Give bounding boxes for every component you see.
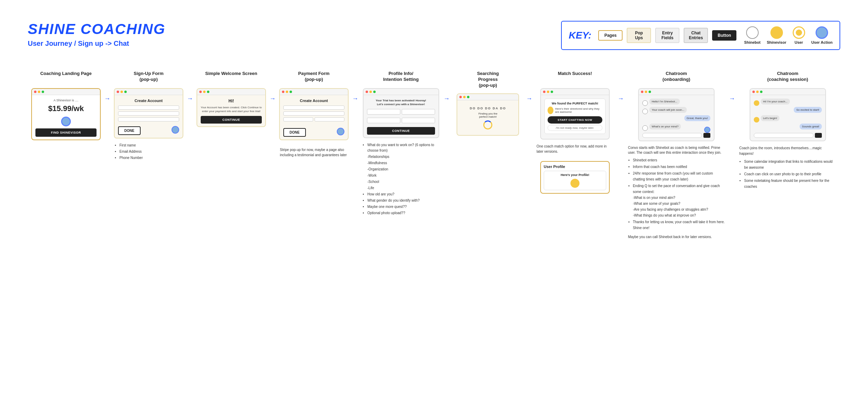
- profile-inner: Here's your Profile!: [544, 171, 606, 190]
- col-title-chatroom-session: Chatroom(coaching session): [767, 71, 808, 83]
- screen-chatroom-session: Hi! I'm your coach... So excited to star…: [750, 88, 826, 141]
- match-title: We found the PURFECT match!: [548, 102, 602, 105]
- chat-input-area: [642, 133, 710, 138]
- screen-header-searching: [457, 94, 518, 100]
- column-chatroom-onboarding: Chatroom(onboarding) Hello! I'm Shinebot…: [624, 71, 729, 240]
- key-icon-user: User: [793, 26, 805, 44]
- key-legend: KEY: Pages PopUps EntryFields ChatEntrie…: [561, 21, 840, 50]
- send-button-onboarding[interactable]: [703, 133, 710, 138]
- dot-y3: [203, 91, 206, 93]
- dot-g9: [760, 91, 762, 93]
- shinebot-label: Shinebot: [744, 40, 760, 44]
- dot-green: [42, 91, 44, 93]
- match-subtitle: Here's their streetcred and why they are…: [548, 107, 602, 114]
- key-entry: EntryFields: [655, 28, 679, 43]
- profile-field-3[interactable]: [367, 118, 400, 123]
- chat-bubble-session-3: Let's begin!: [761, 115, 780, 121]
- dot-y9: [756, 91, 759, 93]
- start-chatting-button[interactable]: START CHATTING NOW: [548, 116, 602, 124]
- chat-input-area-session: [754, 133, 822, 138]
- notes-match: One coach match option for now, add more…: [535, 144, 615, 154]
- col-title-chatroom-onboarding: Chatroom(onboarding): [662, 71, 690, 83]
- shinebot-icon: [746, 26, 759, 39]
- profile-field-2[interactable]: [402, 109, 435, 115]
- chat-bubble-2: Your coach will join soon...: [649, 107, 687, 113]
- arrow-7: →: [618, 71, 624, 102]
- notes-payment: Stripe pop-up for now, maybe a page also…: [278, 144, 349, 158]
- done-button-signup[interactable]: DONE: [118, 126, 141, 135]
- screen-searching: DO DO DO DA DO Finding you theperfect ma…: [457, 93, 519, 136]
- dot-r3: [199, 91, 202, 93]
- field-email[interactable]: [118, 111, 179, 116]
- chat-area-session: Hi! I'm your coach... So excited to star…: [754, 99, 822, 131]
- brand-subtitle: User Journey / Sign up -> Chat: [28, 40, 166, 48]
- dot-r9: [752, 91, 755, 93]
- chat-input-onboarding[interactable]: [642, 133, 702, 138]
- chat-bubble-session-4: Sounds great!: [800, 124, 822, 129]
- match-body: We found the PURFECT match! Here's their…: [541, 95, 609, 139]
- not-ready-text[interactable]: I'm not ready now, maybe later.: [548, 125, 602, 131]
- screen-landing: A Shinevisor is .... $15.99/wk FIND SHIN…: [31, 88, 101, 140]
- profile-field-1[interactable]: [367, 109, 400, 115]
- payment-field-2[interactable]: [283, 111, 344, 116]
- dot-y7: [547, 91, 549, 93]
- dot-y8: [645, 91, 647, 93]
- arrow-6: →: [526, 71, 532, 102]
- send-button-session[interactable]: [815, 133, 822, 138]
- notes-chatroom-session: Coach joins the room, introduces themsel…: [738, 145, 837, 190]
- screen-match: We found the PURFECT match! Here's their…: [540, 88, 610, 140]
- find-shinevisor-button[interactable]: FIND SHINEVISOR: [35, 128, 97, 137]
- user-profile-box: User Profile Here's your Profile!: [540, 161, 610, 194]
- dot-g3: [207, 91, 209, 93]
- field-phone[interactable]: [118, 117, 179, 121]
- flow-area: Coaching Landing Page A Shinevisor is ..…: [28, 71, 840, 240]
- user-profile-title: User Profile: [544, 165, 606, 169]
- done-button-payment[interactable]: DONE: [283, 128, 306, 137]
- col-title-welcome: Simple Welcome Screen: [205, 71, 257, 83]
- column-searching: SearchingProgress(pop-up) DO DO DO DA DO…: [450, 71, 526, 140]
- finding-text: Finding you theperfect match!: [478, 112, 498, 118]
- landing-price: $15.99/wk: [35, 104, 97, 113]
- searching-body: DO DO DO DA DO Finding you theperfect ma…: [457, 100, 518, 135]
- profile-user-avatar: [570, 179, 579, 188]
- key-button: Button: [712, 30, 736, 41]
- field-first-name[interactable]: [118, 106, 179, 110]
- payment-field-4[interactable]: [315, 117, 344, 121]
- dot-y5: [369, 91, 372, 93]
- chat-bubble-3: Great, thank you!: [684, 115, 710, 121]
- column-signup: Sign-Up Form(pop-up) Create Account DONE: [110, 71, 187, 161]
- screen-header-profile: [364, 89, 439, 95]
- payment-field-1[interactable]: [283, 106, 344, 110]
- brand-title: SHINE COACHING: [28, 21, 166, 37]
- user-action-circle-payment: [337, 128, 344, 135]
- dot-g6: [467, 96, 469, 98]
- column-profile: Profile Info/Intention Setting Your Tria…: [358, 71, 443, 217]
- branding: SHINE COACHING User Journey / Sign up ->…: [28, 21, 166, 48]
- dot-r2: [117, 91, 119, 93]
- key-popup: PopUps: [627, 28, 651, 43]
- continue-button-welcome[interactable]: CONTINUE: [201, 116, 262, 124]
- profile-field-4[interactable]: [402, 118, 435, 123]
- chat-bubble-4: What's on your mind?: [649, 124, 681, 129]
- column-payment: Payment Form(pop-up) Create Account: [276, 71, 352, 158]
- key-icon-shinevisor: Shinevisor: [767, 26, 786, 44]
- col-title-signup: Sign-Up Form(pop-up): [134, 71, 164, 83]
- dot-g8: [649, 91, 651, 93]
- col-title-match: Match Success!: [558, 71, 592, 83]
- useraction-icon: [816, 26, 828, 39]
- arrow-5: →: [443, 71, 450, 102]
- payment-field-3[interactable]: [283, 117, 313, 121]
- chat-input-session[interactable]: [754, 133, 813, 138]
- chat-bubble-session-2: So excited to start!: [794, 107, 821, 113]
- col-title-searching: SearchingProgress(pop-up): [477, 71, 499, 89]
- key-pages: Pages: [598, 30, 623, 41]
- screen-header-signup: [115, 89, 183, 95]
- screen-profile: Your Trial has been activated! Hooray!Le…: [363, 88, 439, 138]
- chatroom-session-body: Hi! I'm your coach... So excited to star…: [750, 95, 825, 141]
- welcome-body-text: Your Account has been created. Click Con…: [201, 106, 262, 113]
- profile-body: Your Trial has been activated! Hooray!Le…: [364, 95, 439, 137]
- continue-button-profile[interactable]: CONTINUE: [367, 127, 435, 135]
- dot-r5: [366, 91, 368, 93]
- key-icon-useraction: User Action: [811, 26, 833, 44]
- notes-profile: What do you want to work on? (6 options …: [361, 142, 441, 217]
